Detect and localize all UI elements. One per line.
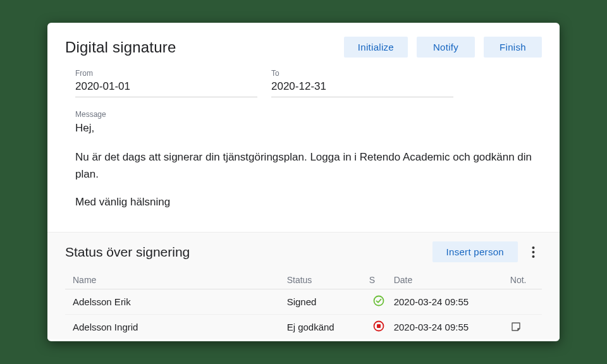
- cell-s: [367, 315, 391, 340]
- header-buttons: Initialize Notify Finish: [344, 37, 542, 58]
- finish-button[interactable]: Finish: [484, 37, 542, 58]
- table-header-row: Name Status S Date Not.: [65, 271, 542, 289]
- table-row[interactable]: Adelsson Erik Signed 2020-03-24 09:55: [65, 289, 542, 315]
- message-line: Nu är det dags att signerar din tjänstgö…: [75, 149, 536, 183]
- message-text: Hej, Nu är det dags att signerar din tjä…: [75, 120, 536, 210]
- cell-name: Adelsson Erik: [65, 289, 285, 315]
- cell-status: Ej godkänd: [285, 315, 367, 340]
- message-line: Med vänlig hälsning: [75, 194, 536, 210]
- cell-name: Adelsson Ingrid: [65, 315, 285, 340]
- page-title: Digital signature: [65, 39, 176, 56]
- cell-date: 2020-03-24 09:55: [391, 315, 508, 340]
- note-icon: [510, 321, 522, 332]
- col-s: S: [367, 271, 391, 289]
- initialize-button[interactable]: Initialize: [344, 37, 408, 58]
- status-header-actions: Insert person: [432, 241, 542, 262]
- message-label: Message: [75, 110, 536, 119]
- svg-point-2: [532, 255, 534, 258]
- digital-signature-card: Digital signature Initialize Notify Fini…: [47, 23, 560, 341]
- table-row[interactable]: Adelsson Ingrid Ej godkänd 2020-03-24 09…: [65, 315, 542, 340]
- svg-point-3: [374, 296, 384, 306]
- from-label: From: [75, 69, 257, 78]
- col-status: Status: [285, 271, 367, 289]
- cell-note: [508, 289, 542, 315]
- cell-note[interactable]: [508, 315, 542, 340]
- to-label: To: [271, 69, 453, 78]
- message-line: Hej,: [75, 120, 536, 136]
- signing-status-panel: Status över signering Insert person Name…: [47, 232, 560, 339]
- more-menu-icon[interactable]: [524, 243, 542, 261]
- insert-person-button[interactable]: Insert person: [432, 241, 518, 262]
- col-date: Date: [391, 271, 508, 289]
- signing-table: Name Status S Date Not. Adelsson Erik Si…: [65, 271, 542, 339]
- svg-point-0: [532, 246, 534, 249]
- cell-status: Signed: [285, 289, 367, 315]
- status-title: Status över signering: [65, 245, 190, 260]
- col-not: Not.: [508, 271, 542, 289]
- from-value: 2020-01-01: [75, 79, 257, 97]
- svg-point-1: [532, 251, 534, 253]
- svg-rect-5: [377, 324, 381, 328]
- status-header: Status över signering Insert person: [65, 241, 542, 262]
- to-field[interactable]: To 2020-12-31: [271, 69, 453, 97]
- rejected-icon: [373, 320, 384, 332]
- header-row: Digital signature Initialize Notify Fini…: [65, 37, 542, 58]
- cell-s: [367, 289, 391, 315]
- approved-icon: [373, 295, 384, 306]
- to-value: 2020-12-31: [271, 79, 453, 97]
- message-field[interactable]: Message Hej, Nu är det dags att signerar…: [65, 110, 542, 210]
- date-row: From 2020-01-01 To 2020-12-31: [65, 69, 542, 97]
- notify-button[interactable]: Notify: [417, 37, 475, 58]
- col-name: Name: [65, 271, 285, 289]
- from-field[interactable]: From 2020-01-01: [75, 69, 257, 97]
- cell-date: 2020-03-24 09:55: [391, 289, 508, 315]
